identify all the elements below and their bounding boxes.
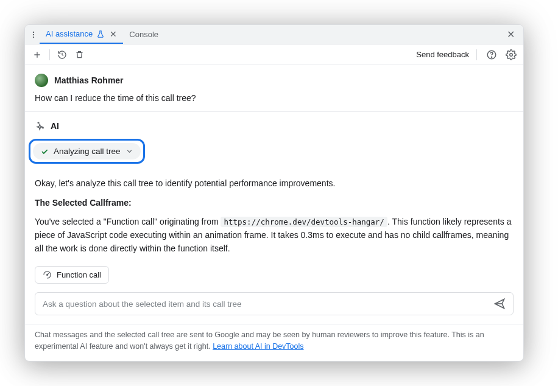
devtools-panel: AI assistance ✕ Console ✕ Send feedback <box>24 24 524 362</box>
highlight-box: Analyzing call tree <box>29 139 145 164</box>
ai-intro: Okay, let's analyze this call tree to id… <box>35 177 514 191</box>
svg-point-0 <box>33 31 34 32</box>
toolbar: Send feedback <box>25 44 523 65</box>
gauge-icon <box>43 270 52 279</box>
ai-label: AI <box>51 121 59 131</box>
chip-label: Analyzing call tree <box>54 147 121 156</box>
flask-icon <box>96 30 105 38</box>
tab-label: AI assistance <box>46 29 93 38</box>
function-call-chip[interactable]: Function call <box>35 266 109 284</box>
kebab-menu-icon[interactable] <box>27 27 40 42</box>
user-name: Matthias Rohmer <box>54 75 124 85</box>
history-button[interactable] <box>55 47 69 62</box>
analyzing-chip[interactable]: Analyzing call tree <box>33 143 141 159</box>
user-message: How can I reduce the time of this call t… <box>35 93 514 103</box>
close-panel-icon[interactable]: ✕ <box>501 29 521 40</box>
settings-button[interactable] <box>504 47 518 62</box>
divider <box>25 111 523 112</box>
chip-label: Function call <box>57 270 101 279</box>
help-button[interactable] <box>484 47 499 62</box>
prompt-input-row <box>35 292 514 315</box>
delete-button[interactable] <box>72 47 87 62</box>
svg-point-4 <box>491 57 492 57</box>
learn-more-link[interactable]: Learn about AI in DevTools <box>213 342 303 351</box>
prompt-input[interactable] <box>43 299 491 309</box>
divider <box>476 49 477 60</box>
ai-header: AI <box>35 121 514 131</box>
svg-point-1 <box>33 33 34 35</box>
tab-bar: AI assistance ✕ Console ✕ <box>25 25 523 44</box>
divider <box>49 49 50 60</box>
send-feedback-link[interactable]: Send feedback <box>416 50 469 59</box>
tab-label: Console <box>129 30 158 39</box>
close-tab-icon[interactable]: ✕ <box>110 29 117 39</box>
svg-point-5 <box>510 53 513 56</box>
ai-heading: The Selected Callframe: <box>35 197 514 210</box>
ai-paragraph: You've selected a "Function call" origin… <box>35 215 514 255</box>
send-button[interactable] <box>491 295 508 312</box>
check-icon <box>40 147 49 156</box>
user-header: Matthias Rohmer <box>35 74 514 87</box>
sparkle-icon <box>35 121 46 131</box>
url-code: https://chrome.dev/devtools-hangar/ <box>221 217 387 227</box>
conversation: Matthias Rohmer How can I reduce the tim… <box>25 65 523 324</box>
chevron-down-icon <box>125 147 133 155</box>
tab-ai-assistance[interactable]: AI assistance ✕ <box>40 25 123 44</box>
ai-response: Okay, let's analyze this call tree to id… <box>35 177 514 284</box>
tab-console[interactable]: Console <box>123 25 164 44</box>
avatar <box>35 74 48 87</box>
svg-point-6 <box>47 275 48 276</box>
svg-point-2 <box>33 36 34 37</box>
new-chat-button[interactable] <box>30 47 44 62</box>
disclaimer: Chat messages and the selected call tree… <box>25 324 523 361</box>
